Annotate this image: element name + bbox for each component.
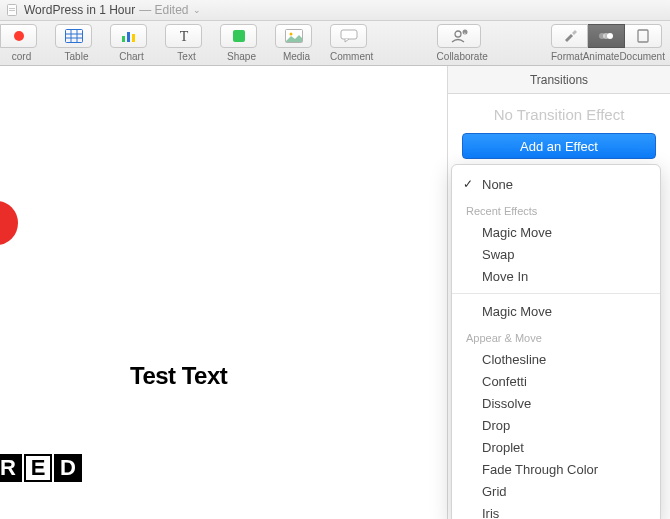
comment-icon <box>340 29 358 43</box>
menu-recent-2[interactable]: Move In <box>452 265 660 287</box>
format-tab[interactable] <box>551 24 588 48</box>
letter-r: R <box>0 454 22 482</box>
svg-rect-13 <box>233 30 245 42</box>
comment-button[interactable]: Comment <box>330 24 373 62</box>
test-text[interactable]: Test Text <box>130 362 227 390</box>
collaborate-icon: + <box>449 29 469 43</box>
svg-point-3 <box>14 31 24 41</box>
menu-grid[interactable]: Grid <box>452 480 660 502</box>
appear-move-header: Appear & Move <box>452 322 660 348</box>
svg-rect-2 <box>9 10 15 11</box>
menu-clothesline[interactable]: Clothesline <box>452 348 660 370</box>
text-icon: T <box>176 29 192 43</box>
menu-dissolve[interactable]: Dissolve <box>452 392 660 414</box>
letter-d: D <box>54 454 82 482</box>
toolbar: cord Table Chart T Text Shape Media <box>0 21 670 66</box>
document-icon <box>636 29 650 43</box>
effects-popover: ✓ None Recent Effects Magic Move Swap Mo… <box>451 164 661 519</box>
svg-rect-23 <box>638 30 648 42</box>
add-effect-button[interactable]: Add an Effect <box>462 133 656 159</box>
svg-rect-4 <box>65 30 82 43</box>
svg-rect-16 <box>341 30 357 39</box>
chevron-down-icon[interactable]: ⌄ <box>193 5 201 15</box>
record-button[interactable]: cord <box>0 24 43 62</box>
svg-rect-9 <box>122 36 125 42</box>
svg-point-17 <box>455 31 461 37</box>
doc-edited: — Edited <box>139 3 188 17</box>
recent-effects-header: Recent Effects <box>452 195 660 221</box>
menu-recent-0[interactable]: Magic Move <box>452 221 660 243</box>
svg-point-15 <box>289 33 292 36</box>
svg-rect-10 <box>127 32 130 42</box>
letter-e: E <box>24 454 52 482</box>
menu-fade-through-color[interactable]: Fade Through Color <box>452 458 660 480</box>
document-tab[interactable] <box>625 24 662 48</box>
separator <box>452 293 660 294</box>
svg-rect-1 <box>9 8 15 9</box>
doc-icon <box>6 4 18 16</box>
menu-droplet[interactable]: Droplet <box>452 436 660 458</box>
inspector-tabs: Format Animate Document <box>551 24 662 62</box>
svg-point-22 <box>607 33 613 39</box>
brush-icon <box>562 29 578 43</box>
table-button[interactable]: Table <box>55 24 98 62</box>
collaborate-button[interactable]: + Collaborate <box>437 24 488 62</box>
menu-recent-1[interactable]: Swap <box>452 243 660 265</box>
text-button[interactable]: T Text <box>165 24 208 62</box>
animate-icon <box>597 29 615 43</box>
menu-magic-move[interactable]: Magic Move <box>452 300 660 322</box>
inspector-tab-transitions[interactable]: Transitions <box>448 66 670 94</box>
svg-rect-11 <box>132 34 135 42</box>
table-icon <box>65 29 83 43</box>
menu-iris[interactable]: Iris <box>452 502 660 519</box>
shape-icon <box>231 29 247 43</box>
menu-none[interactable]: ✓ None <box>452 173 660 195</box>
no-transition-label: No Transition Effect <box>448 94 670 133</box>
media-button[interactable]: Media <box>275 24 318 62</box>
chart-icon <box>120 29 138 43</box>
svg-text:T: T <box>179 29 188 43</box>
menu-drop[interactable]: Drop <box>452 414 660 436</box>
check-icon: ✓ <box>463 177 473 191</box>
chart-button[interactable]: Chart <box>110 24 153 62</box>
menu-confetti[interactable]: Confetti <box>452 370 660 392</box>
titlebar: WordPress in 1 Hour — Edited ⌄ <box>0 0 670 21</box>
shape-button[interactable]: Shape <box>220 24 263 62</box>
doc-title: WordPress in 1 Hour <box>24 3 135 17</box>
slide-canvas[interactable]: Test Text R E D <box>0 66 447 519</box>
red-circle-shape[interactable] <box>0 201 18 245</box>
wired-logo[interactable]: R E D <box>0 454 84 482</box>
animate-tab[interactable] <box>588 24 625 48</box>
media-icon <box>285 29 303 43</box>
